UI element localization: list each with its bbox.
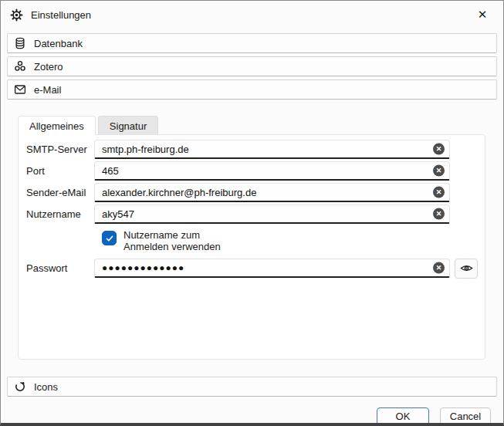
port-label: Port	[26, 165, 94, 177]
port-row: Port ✕	[26, 161, 485, 181]
sender-email-input[interactable]	[95, 184, 449, 201]
clear-icon[interactable]: ✕	[433, 187, 445, 198]
nutzername-input[interactable]	[95, 205, 449, 222]
clear-icon[interactable]: ✕	[433, 144, 445, 155]
section-icons[interactable]: Icons	[7, 377, 497, 397]
section-label: Zotero	[34, 61, 63, 73]
passwort-input[interactable]	[95, 259, 449, 276]
title-bar: Einstellungen ✕	[1, 1, 503, 29]
sync-icon	[14, 380, 26, 393]
smtp-server-row: SMTP-Server ✕	[26, 140, 485, 159]
section-label: e-Mail	[34, 84, 61, 96]
clear-icon[interactable]: ✕	[433, 262, 445, 274]
sender-email-label: Sender-eMail	[26, 187, 94, 198]
sender-email-row: Sender-eMail ✕	[26, 183, 485, 202]
use-username-label[interactable]: Nutzername zum Anmelden verwenden	[123, 229, 221, 252]
passwort-label: Passwort	[26, 262, 94, 274]
section-email[interactable]: e-Mail	[7, 79, 497, 100]
use-username-checkbox[interactable]	[102, 231, 117, 245]
dialog-footer: OK Cancel	[1, 400, 503, 425]
dialog-title: Einstellungen	[31, 9, 91, 21]
tab-allgemeines[interactable]: Allgemeines	[18, 116, 96, 135]
gear-icon	[10, 8, 23, 22]
database-icon	[14, 37, 26, 49]
close-button[interactable]: ✕	[471, 5, 494, 25]
tab-signatur[interactable]: Signatur	[98, 116, 158, 135]
smtp-server-label: SMTP-Server	[26, 144, 94, 155]
nutzername-row: Nutzername ✕	[26, 205, 485, 224]
cancel-button[interactable]: Cancel	[440, 407, 491, 425]
check-icon	[105, 234, 114, 243]
tab-content: SMTP-Server ✕ Port ✕ Sender-eMail ✕	[18, 134, 485, 360]
section-list: Datenbank Zotero e-Mail	[1, 29, 503, 103]
reveal-password-button[interactable]	[455, 259, 478, 279]
ok-button[interactable]: OK	[377, 407, 429, 425]
email-settings-panel: Allgemeines Signatur SMTP-Server ✕ Port …	[18, 116, 503, 360]
use-username-row: Nutzername zum Anmelden verwenden	[102, 229, 485, 252]
clear-icon[interactable]: ✕	[433, 208, 445, 220]
zotero-icon	[14, 60, 26, 73]
tab-strip: Allgemeines Signatur	[18, 116, 503, 135]
port-input[interactable]	[95, 162, 449, 179]
settings-dialog: Einstellungen ✕ Datenbank	[0, 0, 504, 426]
icons-section-wrap: Icons	[1, 377, 503, 400]
section-datenbank[interactable]: Datenbank	[7, 33, 497, 53]
clear-icon[interactable]: ✕	[433, 165, 445, 177]
nutzername-label: Nutzername	[26, 208, 94, 220]
section-label: Datenbank	[34, 38, 83, 49]
section-zotero[interactable]: Zotero	[7, 56, 497, 76]
mail-icon	[14, 83, 26, 96]
eye-icon	[460, 262, 473, 275]
section-label: Icons	[34, 381, 58, 393]
smtp-server-input[interactable]	[95, 140, 449, 157]
passwort-row: Passwort ✕	[26, 259, 485, 278]
